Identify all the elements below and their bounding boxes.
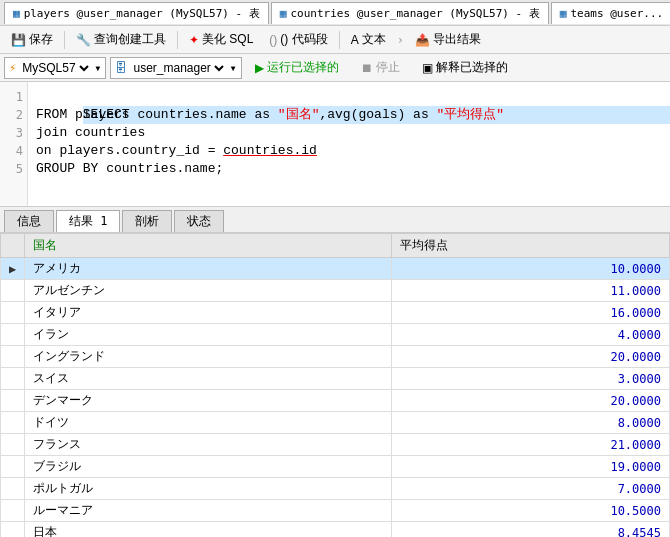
export-label: 导出结果 <box>433 31 481 48</box>
row-indicator <box>1 390 25 412</box>
row-indicator <box>1 456 25 478</box>
code-snippet-label: () 代码段 <box>280 31 327 48</box>
table-row[interactable]: 日本8.4545 <box>1 522 670 538</box>
sep2 <box>177 31 178 49</box>
database-selector[interactable]: 🗄 user_manager ▾ <box>110 57 241 79</box>
code-icon: () <box>269 33 277 47</box>
cell-avg: 19.0000 <box>391 456 669 478</box>
cell-country: デンマーク <box>25 390 391 412</box>
row-indicator <box>1 368 25 390</box>
cell-avg: 4.0000 <box>391 324 669 346</box>
save-button[interactable]: 💾 保存 <box>4 29 60 51</box>
beautify-sql-button[interactable]: ✦ 美化 SQL <box>182 29 260 51</box>
cell-country: ポルトガル <box>25 478 391 500</box>
brush-icon: ✦ <box>189 33 199 47</box>
cell-avg: 10.0000 <box>391 258 669 280</box>
tab-teams[interactable]: ▦ teams @user... <box>551 2 670 24</box>
table-row[interactable]: ▶アメリカ10.0000 <box>1 258 670 280</box>
cell-country: ルーマニア <box>25 500 391 522</box>
table-row[interactable]: スイス3.0000 <box>1 368 670 390</box>
arrow-icon: › <box>395 33 406 47</box>
tab-result1[interactable]: 结果 1 <box>56 210 120 232</box>
export-button[interactable]: 📤 导出结果 <box>408 29 488 51</box>
tab-status[interactable]: 状态 <box>174 210 224 232</box>
tab-info-label: 信息 <box>17 213 41 230</box>
tab-countries[interactable]: ▦ countries @user_manager (MySQL57) - 表 <box>271 2 549 24</box>
toolbar-main: 💾 保存 🔧 查询创建工具 ✦ 美化 SQL () () 代码段 A 文本 › … <box>0 26 670 54</box>
save-icon: 💾 <box>11 33 26 47</box>
col-avg-header: 平均得点 <box>391 234 669 258</box>
toolbar-connection: ⚡ MySQL57 ▾ 🗄 user_manager ▾ ▶ 运行已选择的 ⏹ … <box>0 54 670 82</box>
sep1 <box>64 31 65 49</box>
row-indicator: ▶ <box>1 258 25 280</box>
col-indicator-header <box>1 234 25 258</box>
result-tabs: 信息 结果 1 剖析 状态 <box>0 207 670 233</box>
tab-profiling[interactable]: 剖析 <box>122 210 172 232</box>
sep3 <box>339 31 340 49</box>
code-editor[interactable]: SELECT countries.name as "国名",avg(goals)… <box>28 82 670 206</box>
row-indicator <box>1 302 25 324</box>
connection-selector[interactable]: ⚡ MySQL57 ▾ <box>4 57 106 79</box>
row-indicator <box>1 434 25 456</box>
table-row[interactable]: アルゼンチン11.0000 <box>1 280 670 302</box>
cell-country: 日本 <box>25 522 391 538</box>
database-icon: 🗄 <box>115 61 127 75</box>
cell-country: ドイツ <box>25 412 391 434</box>
cell-avg: 20.0000 <box>391 390 669 412</box>
cell-avg: 21.0000 <box>391 434 669 456</box>
table-row[interactable]: イラン4.0000 <box>1 324 670 346</box>
stop-button[interactable]: ⏹ 停止 <box>352 57 409 79</box>
cell-avg: 8.4545 <box>391 522 669 538</box>
text-icon: A <box>351 33 359 47</box>
tab-players-label: players @user_manager (MySQL57) - 表 <box>24 6 260 21</box>
table-row[interactable]: ポルトガル7.0000 <box>1 478 670 500</box>
tab-profiling-label: 剖析 <box>135 213 159 230</box>
table-row[interactable]: イングランド20.0000 <box>1 346 670 368</box>
cell-avg: 7.0000 <box>391 478 669 500</box>
cell-avg: 20.0000 <box>391 346 669 368</box>
wrench-icon: 🔧 <box>76 33 91 47</box>
col-country-header: 国名 <box>25 234 391 258</box>
stop-icon: ⏹ <box>361 61 373 75</box>
query-builder-button[interactable]: 🔧 查询创建工具 <box>69 29 173 51</box>
table-row[interactable]: フランス21.0000 <box>1 434 670 456</box>
tab-teams-label: teams @user... <box>570 7 663 20</box>
results-table: 国名 平均得点 ▶アメリカ10.0000アルゼンチン11.0000イタリア16.… <box>0 233 670 537</box>
tab-info[interactable]: 信息 <box>4 210 54 232</box>
tab-result1-label: 结果 1 <box>69 213 107 230</box>
export-icon: 📤 <box>415 33 430 47</box>
table-row[interactable]: ドイツ8.0000 <box>1 412 670 434</box>
row-indicator <box>1 280 25 302</box>
cell-country: アルゼンチン <box>25 280 391 302</box>
run-icon: ▶ <box>255 61 264 75</box>
cell-country: フランス <box>25 434 391 456</box>
table-icon-players: ▦ <box>13 7 20 20</box>
cell-avg: 16.0000 <box>391 302 669 324</box>
cell-avg: 11.0000 <box>391 280 669 302</box>
explain-button[interactable]: ▣ 解释已选择的 <box>413 57 517 79</box>
text-label: 文本 <box>362 31 386 48</box>
cell-country: ブラジル <box>25 456 391 478</box>
table-row[interactable]: ルーマニア10.5000 <box>1 500 670 522</box>
tab-countries-label: countries @user_manager (MySQL57) - 表 <box>290 6 539 21</box>
table-row[interactable]: ブラジル19.0000 <box>1 456 670 478</box>
code-snippet-button[interactable]: () () 代码段 <box>262 29 334 51</box>
connection-dropdown[interactable]: MySQL57 <box>18 60 92 76</box>
table-row[interactable]: デンマーク20.0000 <box>1 390 670 412</box>
explain-label: 解释已选择的 <box>436 59 508 76</box>
table-row[interactable]: イタリア16.0000 <box>1 302 670 324</box>
line-numbers: 1 2 3 4 5 <box>0 82 28 206</box>
row-indicator <box>1 500 25 522</box>
run-label: 运行已选择的 <box>267 59 339 76</box>
code-line-3: join countries <box>36 124 662 142</box>
table-icon-teams: ▦ <box>560 7 567 20</box>
sql-editor[interactable]: 1 2 3 4 5 SELECT countries.name as "国名",… <box>0 82 670 207</box>
tab-status-label: 状态 <box>187 213 211 230</box>
code-line-4: on players.country_id = countries.id <box>36 142 662 160</box>
row-indicator <box>1 478 25 500</box>
tab-players[interactable]: ▦ players @user_manager (MySQL57) - 表 <box>4 2 269 24</box>
database-dropdown[interactable]: user_manager <box>129 60 227 76</box>
run-button[interactable]: ▶ 运行已选择的 <box>246 57 348 79</box>
row-indicator <box>1 324 25 346</box>
text-button[interactable]: A 文本 <box>344 29 393 51</box>
